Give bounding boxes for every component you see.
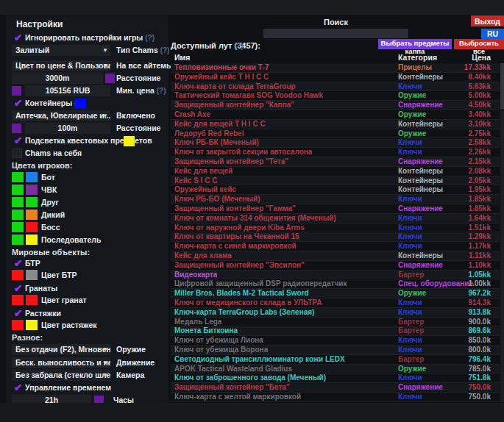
checkbox-checked-icon[interactable]: ✔ (13, 32, 24, 43)
table-row[interactable]: Кейс для вещей T H I C CКонтейнеры3.10kk (171, 120, 500, 129)
table-row[interactable]: Ключ от убежища ВоронаКлючи800.0k (171, 346, 500, 355)
table-row[interactable]: Оружейный кейсКонтейнеры1.95kk (171, 185, 500, 195)
column-header-name[interactable]: Имя (174, 53, 190, 62)
grenade-color-swatch[interactable] (12, 295, 24, 305)
tripwire-color-swatch[interactable] (12, 320, 24, 330)
table-row[interactable]: ВидеокартаБартер1.05kk (171, 271, 500, 280)
quest-highlight-row[interactable]: ✔ Подсветка квестовых предметов (6, 135, 168, 148)
player-color-swatch[interactable] (26, 185, 38, 195)
tripwire-color-swatch[interactable] (26, 320, 38, 330)
min-price-input[interactable]: 105156 RUB (25, 85, 110, 96)
player-color-swatch[interactable] (26, 222, 38, 232)
player-color-swatch[interactable] (12, 222, 24, 232)
table-row[interactable]: Кейс S I C CКонтейнеры2.05kk (171, 176, 500, 186)
table-row[interactable]: Ключ от наружной двери Kiba ArmsКлючи1.5… (171, 223, 500, 233)
checkbox-checked-icon[interactable]: ✔ (13, 382, 24, 393)
table-row[interactable]: Ключ от заброшенного завода (Меченый)Клю… (171, 373, 500, 383)
chams-type-dropdown[interactable]: Залитый▼ (12, 45, 110, 56)
table-row[interactable]: Защищенный контейнер "Гамма"Снаряжение1.… (171, 204, 500, 214)
table-row[interactable]: Защищенный контейнер "Каппа"Снаряжение4.… (171, 101, 500, 110)
table-row[interactable]: Кейс для вещейКонтейнеры2.08kk (171, 167, 500, 176)
table-row[interactable]: Ключ от убежища ЛионаКлючи850.0k (171, 336, 500, 346)
table-row[interactable]: Miller Bros. Blades M-2 Tactical SwordОр… (171, 289, 500, 298)
table-row[interactable]: Ключ от медицинского склада в УЛЬТРАКлюч… (171, 298, 500, 308)
player-color-swatch[interactable] (12, 185, 24, 195)
table-row[interactable]: Ключ от квартиры на Чеканной 15Ключи1.29… (171, 232, 500, 242)
containers-distance-swatch[interactable] (12, 124, 21, 133)
table-row[interactable]: Светодиодный трансиллюминатор кожи LEDXБ… (171, 355, 500, 365)
distance-input[interactable]: 3000m (12, 73, 103, 84)
table-row[interactable]: Защищенный контейнер "Эпсилон"Снаряжение… (171, 261, 500, 271)
distance-color-swatch[interactable] (105, 74, 115, 83)
table-row[interactable]: Оружейный кейс T H I C CКонтейнеры8.40kk (171, 73, 500, 82)
player-color-swatch[interactable] (26, 197, 38, 207)
table-row[interactable]: Монета БиткоинаБартер869.6k (171, 326, 500, 336)
help-icon[interactable]: (?) (157, 87, 166, 95)
checkbox-checked-icon[interactable]: ✔ (13, 98, 24, 109)
player-color-swatch[interactable] (26, 235, 38, 245)
scrollbar-thumb[interactable] (500, 63, 504, 109)
select-kappa-items-button[interactable]: Выбрать предметы каппа (378, 39, 452, 49)
table-row[interactable]: Ключ от комнаты 314 общежития (Меченый)К… (171, 214, 500, 223)
help-icon[interactable]: (?) (145, 34, 155, 42)
language-button[interactable]: RU (481, 29, 504, 39)
table-row[interactable]: Кейс для хламаКонтейнеры1.11kk (171, 251, 500, 261)
grenades-row[interactable]: ✔ Гранаты (6, 283, 168, 296)
table-row[interactable]: Ледоруб Red RebelОружие2.75kk (171, 129, 500, 139)
table-row[interactable]: Ключ-карта от склада TerraGroupКлючи5.63… (171, 82, 500, 92)
containers-row[interactable]: ✔ Контейнеры (?) (6, 98, 168, 110)
table-row[interactable]: APOK Tactical Wasteland GladiusОружие785… (171, 365, 500, 374)
column-header-category[interactable]: Категория (398, 53, 437, 62)
btr-color-swatch[interactable] (12, 270, 24, 280)
containers-color-swatch[interactable] (75, 99, 86, 109)
table-row[interactable]: Crash AxeОружие3.40kk (171, 110, 500, 120)
item-name: Ключ-карта TerraGroup Labs (Зеленая) (174, 308, 314, 317)
help-icon[interactable]: (?) (234, 42, 244, 50)
table-row[interactable]: Ключ-карта с желтой маркировкойКлючи750.… (171, 393, 500, 402)
search-input[interactable] (263, 29, 408, 38)
btr-row[interactable]: ✔ БТР (6, 258, 168, 271)
containers-filter-label: Включено (116, 111, 155, 120)
table-row[interactable]: Ключ-карта с синей маркировкойКлючи1.17k… (171, 242, 500, 251)
table-row[interactable]: Ключ от закрытой секции автосалонаКлючи2… (171, 148, 500, 157)
checkbox-unchecked-icon[interactable] (13, 149, 22, 158)
btr-color-swatch[interactable] (26, 270, 38, 280)
player-color-swatch[interactable] (26, 172, 38, 182)
table-row[interactable]: Медаль LegaБартер900.0k (171, 318, 500, 327)
table-row[interactable]: Тепловизионные очки Т-7Прицелы17.33kk (171, 63, 500, 73)
table-row[interactable]: Тактический томагавк SOG Voodoo HawkОруж… (171, 91, 500, 101)
table-row[interactable]: Ключ РБ-БО (Меченый)Ключи1.85kk (171, 195, 500, 204)
table-row[interactable]: Цифровой защищенный DSP радиопередатчикС… (171, 279, 500, 289)
movement-dropdown[interactable]: Беск. выносливость и нет уста▼ (12, 357, 110, 368)
tripwires-row[interactable]: ✔ Растяжки (6, 308, 168, 321)
min-price-color-swatch[interactable] (12, 86, 21, 96)
camera-dropdown[interactable]: Без забрала (стекло шлема)▼ (12, 370, 110, 381)
chams-self-row[interactable]: Chams на себя (6, 148, 168, 160)
checkbox-checked-icon[interactable]: ✔ (13, 283, 24, 294)
table-row[interactable]: Ключ РБ-БК (Меченый)Ключи2.58kk (171, 138, 500, 148)
drop-all-button[interactable]: Выбросить все (454, 39, 504, 49)
player-color-swatch[interactable] (12, 197, 24, 207)
quest-highlight-swatch[interactable] (124, 136, 135, 146)
color-mode-dropdown[interactable]: Цвет по цене & Пользователь▼ (12, 60, 110, 71)
ignore-game-settings-row[interactable]: ✔ Игнорировать настройки игры (?) (6, 32, 168, 45)
player-color-swatch[interactable] (12, 210, 24, 220)
player-color-swatch[interactable] (26, 210, 38, 220)
grenade-color-swatch[interactable] (26, 295, 38, 305)
containers-filter-dropdown[interactable]: Аптечка, Ювелирные и...▼ (12, 110, 110, 121)
checkbox-checked-icon[interactable]: ✔ (13, 308, 24, 319)
column-header-price[interactable]: Цена (472, 53, 491, 62)
exit-button[interactable]: Выход (471, 15, 504, 26)
help-icon[interactable]: (?) (160, 46, 170, 54)
table-row[interactable]: Защищенный контейнер "Бета"Снаряжение750… (171, 383, 500, 393)
time-control-row[interactable]: ✔ Управление временем (6, 382, 168, 395)
checkbox-checked-icon[interactable]: ✔ (13, 135, 24, 146)
checkbox-checked-icon[interactable]: ✔ (13, 258, 24, 269)
table-row[interactable]: Ключ-карта TerraGroup Labs (Зеленая)Ключ… (171, 308, 500, 318)
table-row[interactable]: Защищенный контейнер "Тета"Снаряжение2.1… (171, 157, 500, 167)
scrollbar-track[interactable] (500, 63, 504, 402)
player-color-swatch[interactable] (12, 235, 24, 245)
weapon-dropdown[interactable]: Без отдачи (F2), Мгновенное п▼ (12, 344, 110, 355)
player-color-swatch[interactable] (12, 172, 24, 182)
containers-distance-input[interactable]: 100m (25, 123, 110, 134)
